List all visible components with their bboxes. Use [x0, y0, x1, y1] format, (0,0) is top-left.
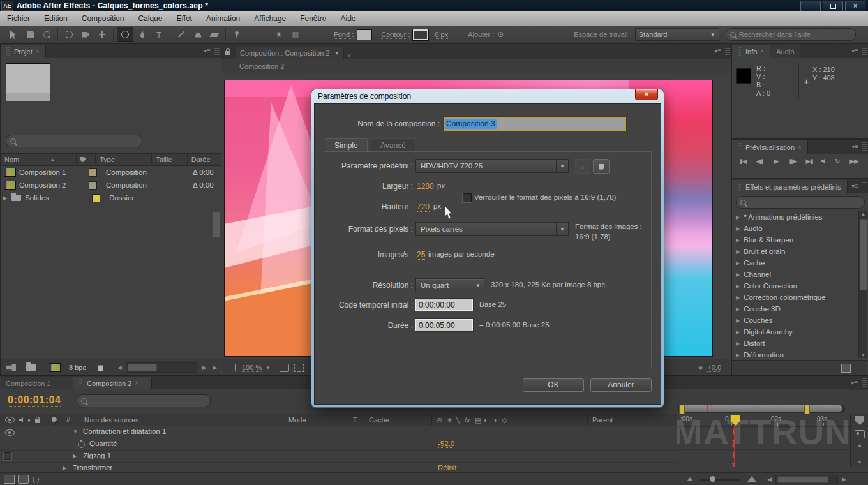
safe-areas-icon[interactable] — [280, 364, 289, 372]
pan-behind-tool[interactable] — [94, 27, 110, 41]
workspace-dropdown[interactable]: Standard ▼ — [635, 28, 719, 41]
scroll-down-icon[interactable]: ▼ — [851, 459, 868, 465]
fx-switch-icon[interactable]: fx — [465, 416, 470, 424]
collapse-switch-icon[interactable]: ∗ — [447, 416, 453, 424]
shy-switch-icon[interactable]: ⊘ — [437, 416, 442, 424]
mask-visibility-icon[interactable] — [294, 364, 304, 372]
panel-menu-icon[interactable]: ▾≡ — [851, 379, 858, 386]
effects-category[interactable]: ▶Bruit et grain — [732, 246, 857, 257]
menu-aide[interactable]: Aide — [333, 11, 363, 26]
clone-stamp-tool[interactable] — [190, 27, 206, 41]
previous-frame-button[interactable]: ◀▮ — [754, 158, 765, 165]
panel-menu-icon[interactable]: ▾≡ — [714, 47, 721, 54]
effects-category[interactable]: ▶Couche 3D — [732, 303, 857, 315]
layer-row-contraction[interactable]: ▼ Contraction et dilatation 1 — [0, 426, 677, 438]
project-hscrollbar[interactable] — [126, 362, 197, 373]
source-name-column[interactable]: Nom des sources — [84, 416, 139, 424]
scroll-up-icon[interactable]: ▲ — [851, 442, 868, 448]
scroll-right-icon[interactable]: ▶ — [202, 364, 207, 371]
type-tool[interactable]: T — [151, 27, 167, 41]
menu-fichier[interactable]: Fichier — [0, 11, 37, 26]
expand-transfer-controls-icon[interactable] — [18, 475, 29, 484]
current-time-display[interactable]: 0:00:01:04 — [8, 394, 61, 407]
expand-inout-icon[interactable]: { } — [33, 475, 39, 483]
panel-menu-icon[interactable]: ▾≡ — [204, 47, 211, 54]
new-folder-icon[interactable] — [26, 364, 36, 371]
quality-switch-icon[interactable]: ╲ — [456, 416, 460, 424]
close-tab-icon[interactable]: × — [348, 52, 352, 59]
frame-blend-switch-icon[interactable]: ▤ — [475, 416, 481, 424]
scroll-left-icon[interactable]: ◀ — [117, 364, 122, 371]
project-row-composition-1[interactable]: Composition 1 Composition Δ 0:00 — [1, 166, 221, 179]
composition-name-input[interactable]: Composition 3 — [444, 117, 626, 131]
expand-icon[interactable]: ▶ — [3, 195, 7, 201]
fill-color-swatch[interactable] — [357, 29, 372, 40]
viewer-breadcrumb[interactable]: Composition 2 — [221, 59, 731, 73]
parent-column[interactable]: Parent — [592, 416, 613, 424]
layer-row-zigzag[interactable]: ▶ Zigzag 1 — [0, 451, 677, 463]
region-of-interest-icon[interactable] — [227, 364, 236, 371]
menu-calque[interactable]: Calque — [131, 11, 169, 26]
effects-category[interactable]: ▶Cache — [732, 257, 857, 269]
mask-mode-button[interactable]: ▩ — [288, 27, 303, 41]
interpret-footage-icon[interactable] — [6, 364, 16, 371]
exposure-icon[interactable]: ∗ — [698, 364, 703, 372]
timeline-search-input[interactable] — [77, 394, 211, 407]
last-frame-button[interactable]: ▶▮ — [804, 158, 815, 165]
project-row-solides[interactable]: ▶ Solides Dossier — [1, 191, 221, 204]
marker-bin-icon[interactable] — [855, 416, 864, 425]
effects-category[interactable]: ▶* Animations prédéfinies — [732, 211, 857, 223]
viewer-tab-dropdown[interactable]: Composition : Composition 2 ▼ — [236, 47, 344, 59]
stroke-width-value[interactable]: 0 px — [435, 31, 448, 39]
zoom-out-timeline-icon[interactable] — [687, 477, 693, 481]
tab-avance[interactable]: Avancé — [371, 138, 415, 152]
star-shape-button[interactable]: ★ — [271, 27, 287, 41]
panel-menu-icon[interactable]: ▾≡ — [851, 47, 858, 54]
property-row-quantite[interactable]: Quantité -52,0 — [0, 438, 677, 451]
tab-simple[interactable]: Simple — [325, 138, 368, 152]
hand-tool[interactable] — [22, 27, 38, 41]
play-button[interactable]: ▶ — [770, 158, 782, 165]
audio-mute-button[interactable] — [821, 159, 825, 164]
zoom-slider-thumb[interactable] — [710, 476, 715, 482]
motion-blur-switch-icon[interactable]: ◐ — [484, 416, 488, 424]
pen-tool[interactable] — [135, 27, 150, 41]
first-frame-button[interactable]: ▮◀ — [737, 158, 749, 165]
flowchart-icon[interactable]: ▶ — [213, 364, 218, 371]
loop-button[interactable]: ↻ — [832, 158, 843, 165]
dialog-close-button[interactable]: × — [635, 89, 658, 100]
tab-composition-2[interactable]: Composition 2 × — [73, 377, 152, 390]
trkmat-column[interactable]: T — [353, 416, 357, 424]
menu-fenetre[interactable]: Fenêtre — [293, 11, 333, 26]
menu-affichage[interactable]: Affichage — [247, 11, 293, 26]
effects-category[interactable]: ▶Color Correction — [732, 280, 857, 292]
mode-column[interactable]: Mode — [288, 416, 306, 424]
solo-column-icon[interactable]: ● — [27, 417, 31, 423]
scroll-left-icon[interactable]: ◀ — [767, 476, 772, 482]
trash-icon[interactable] — [98, 364, 103, 371]
selection-tool[interactable] — [6, 27, 21, 41]
adjustment-switch-icon[interactable]: ◑ — [493, 416, 497, 424]
comp-button-icon[interactable] — [855, 430, 865, 438]
brush-tool[interactable] — [174, 27, 189, 41]
ok-button[interactable]: OK — [523, 378, 584, 392]
eye-column-icon[interactable] — [5, 417, 15, 423]
contour-label[interactable]: Contour : — [381, 31, 410, 39]
new-animation-preset-icon[interactable] — [841, 364, 851, 373]
effects-category[interactable]: ▶Digital Anarchy — [732, 326, 857, 338]
menu-effet[interactable]: Effet — [169, 11, 198, 26]
effects-scrollbar[interactable]: ▲ ▼ — [858, 211, 867, 358]
zoom-in-timeline-icon[interactable] — [747, 476, 757, 482]
preset-dropdown[interactable]: HDV/HDTV 720 25 ▼ — [415, 159, 569, 173]
help-search-box[interactable]: Rechercher dans l'aide — [726, 28, 856, 41]
restore-button[interactable] — [823, 1, 843, 11]
panel-menu-icon[interactable]: ▾≡ — [851, 143, 858, 150]
timeline-hscrollbar[interactable] — [775, 475, 838, 484]
col-taille[interactable]: Taille — [152, 154, 187, 165]
menu-edition[interactable]: Edition — [37, 11, 75, 26]
index-column[interactable]: # — [66, 416, 70, 424]
audio-column-icon[interactable] — [19, 417, 23, 422]
label-column-icon[interactable] — [52, 417, 57, 423]
stroke-color-swatch[interactable] — [413, 29, 428, 40]
scroll-right-icon[interactable]: ▶ — [842, 476, 846, 482]
